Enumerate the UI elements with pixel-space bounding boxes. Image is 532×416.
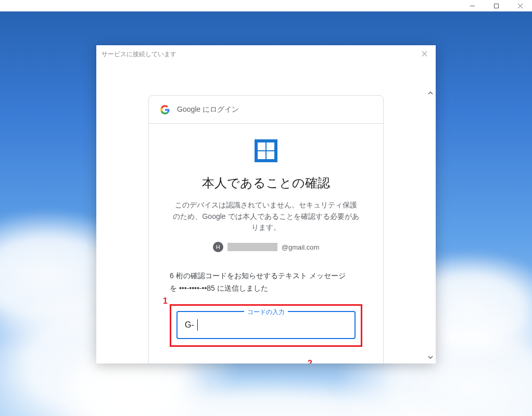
code-input[interactable] <box>198 319 347 331</box>
dialog-body: Google にログイン 本人であることの確認 このデバイスは認識されていません… <box>96 63 436 363</box>
scroll-up-icon[interactable] <box>426 89 435 97</box>
code-input-field[interactable]: コードの入力 G- <box>176 311 356 339</box>
code-input-label: コードの入力 <box>244 308 288 317</box>
google-logo-icon <box>160 105 170 114</box>
auth-dialog: サービスに接続しています ✕ Google <box>96 45 436 363</box>
maximize-button[interactable] <box>484 0 508 11</box>
email-redacted <box>227 243 277 251</box>
dialog-title: サービスに接続しています <box>102 50 176 59</box>
app-window: サービスに接続しています ✕ Google <box>0 0 532 416</box>
code-sent-line2: を •••-••••-••85 に送信しました <box>170 284 268 292</box>
code-sent-line1: 6 桁の確認コードをお知らせするテキスト メッセージ <box>170 271 346 280</box>
code-prefix: G- <box>185 320 194 330</box>
card-content: 本人であることの確認 このデバイスは認識されていません。セキュリティ保護のため、… <box>149 124 383 363</box>
minimize-button[interactable] <box>460 0 484 11</box>
desktop-background: サービスに接続しています ✕ Google <box>0 11 532 416</box>
scrollbar[interactable] <box>426 89 435 361</box>
annotation-box-1: 1 コードの入力 G- <box>170 304 362 347</box>
code-sent-message: 6 桁の確認コードをお知らせするテキスト メッセージ を •••-••••-••… <box>170 270 362 295</box>
card-header: Google にログイン <box>149 96 383 124</box>
windows-logo-icon <box>255 139 277 162</box>
annotation-marker-1: 1 <box>163 296 168 306</box>
verify-title: 本人であることの確認 <box>170 175 362 191</box>
close-button[interactable] <box>508 0 532 11</box>
annotation-marker-2: 2 <box>308 359 312 363</box>
scroll-down-icon[interactable] <box>426 353 435 361</box>
titlebar <box>0 0 532 11</box>
card-header-text: Google にログイン <box>177 105 239 114</box>
svg-rect-1 <box>494 4 498 8</box>
dialog-close-button[interactable]: ✕ <box>419 48 430 60</box>
account-chip: H @gmail.com <box>170 242 362 252</box>
verify-subtitle: このデバイスは認識されていません。セキュリティ保護のため、Google では本人… <box>172 200 360 233</box>
signin-card: Google にログイン 本人であることの確認 このデバイスは認識されていません… <box>148 95 384 363</box>
dialog-header: サービスに接続しています ✕ <box>96 45 436 63</box>
avatar: H <box>213 242 223 252</box>
email-suffix: @gmail.com <box>282 243 319 251</box>
